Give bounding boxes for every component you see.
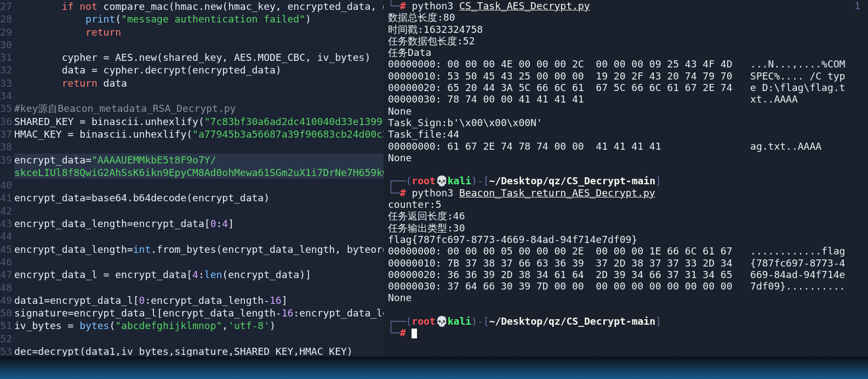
blank-line (388, 304, 868, 315)
code-line[interactable]: data = cypher.decrypt(encrypted_data) (14, 64, 384, 76)
code-line[interactable]: encrypt_data_length=int.from_bytes(encry… (14, 243, 384, 256)
output-line: None (388, 292, 868, 303)
code-area[interactable]: if not compare_mac(hmac.new(hmac_key, en… (14, 0, 384, 357)
output-line: None (388, 105, 868, 117)
cursor-icon (412, 329, 417, 338)
hex-dump-line: 00000020: 36 36 39 2D 38 34 61 64 2D 39 … (388, 269, 868, 280)
code-line[interactable] (14, 179, 384, 191)
code-line[interactable]: encrypt_data_length=encrypt_data[0:4] (14, 217, 384, 230)
code-line[interactable]: cypher = AES.new(shared_key, AES.MODE_CB… (14, 51, 384, 64)
hex-dump-line: 00000000: 00 00 00 4E 00 00 00 2C 00 00 … (388, 58, 868, 70)
output-line: 任务输出类型:30 (388, 222, 868, 234)
output-line: Task_file:44 (388, 128, 868, 140)
line-number-gutter: 2728293031323334353637383940414243444546… (0, 0, 13, 357)
line-number: 40 (0, 179, 13, 191)
line-number: 33 (0, 77, 13, 89)
hex-dump-line: 00000020: 65 20 44 3A 5C 66 6C 61 67 5C … (388, 82, 868, 93)
code-line[interactable]: return data (14, 77, 384, 89)
line-number: 48 (0, 281, 13, 294)
prompt-path: ~/Desktop/qz/CS_Decrypt-main (489, 315, 655, 327)
code-line[interactable]: HMAC_KEY = binascii.unhexlify("a77945b3a… (14, 128, 384, 140)
line-number: 41 (0, 191, 13, 204)
code-line[interactable] (14, 256, 384, 268)
command-line[interactable]: └─# python3 Beacon_Task_return_AES_Decry… (388, 187, 868, 199)
line-number: 42 (0, 205, 13, 217)
line-number: 53 (0, 345, 13, 357)
prompt-hash-icon: # (400, 327, 412, 338)
line-number: 30 (0, 38, 13, 51)
code-line[interactable]: encrypt_data_l = encrypt_data[4:len(encr… (14, 268, 384, 281)
output-line: 任务Data (388, 47, 868, 58)
line-number: 36 (0, 115, 13, 128)
prompt-user: root (412, 175, 435, 186)
line-number: 51 (0, 319, 13, 332)
line-number (0, 166, 13, 179)
line-number: 32 (0, 64, 13, 76)
skull-icon: 💀 (436, 175, 448, 186)
code-line[interactable]: return (14, 26, 384, 38)
output-line: 数据总长度:80 (388, 12, 868, 23)
line-number: 28 (0, 13, 13, 25)
code-line[interactable] (14, 89, 384, 102)
line-number: 43 (0, 217, 13, 230)
line-number: 52 (0, 332, 13, 345)
line-number: 45 (0, 243, 13, 256)
hex-dump-line: 00000010: 7B 37 38 37 66 63 36 39 37 2D … (388, 257, 868, 269)
skull-icon: 💀 (436, 315, 448, 327)
code-line[interactable]: encrypt_data="AAAAUEMMkbE5t8F9o7Y/ (14, 154, 384, 166)
output-line: 任务数据包长度:52 (388, 35, 868, 47)
output-line: None (388, 152, 868, 163)
code-line[interactable]: print("message authentication failed") (14, 13, 384, 25)
line-number: 38 (0, 140, 13, 153)
code-editor-pane[interactable]: 2728293031323334353637383940414243444546… (0, 0, 384, 357)
code-line[interactable]: skceLIUl8f8QwiG2AhSsK6ikn9EpyCM8Ad0ohMew… (14, 166, 384, 179)
line-number: 29 (0, 26, 13, 38)
line-number: 39 (0, 154, 13, 166)
code-line[interactable]: dec=decrypt(data1,iv_bytes,signature,SHA… (14, 345, 384, 357)
prompt-hash-icon: # (400, 0, 412, 12)
prompt-line: ┌──(root💀kali)-[~/Desktop/qz/CS_Decrypt-… (388, 175, 868, 186)
hex-dump-line: 00000010: 53 50 45 43 25 00 00 00 19 20 … (388, 70, 868, 82)
output-line: 任务返回长度:46 (388, 210, 868, 222)
prompt-hash-icon: # (400, 187, 412, 199)
line-number: 46 (0, 256, 13, 268)
code-line[interactable]: iv_bytes = bytes("abcdefghijklmnop",'utf… (14, 319, 384, 332)
prompt-path: ~/Desktop/qz/CS_Decrypt-main (489, 175, 655, 186)
code-line[interactable]: if not compare_mac(hmac.new(hmac_key, en… (14, 0, 384, 13)
hex-dump-line: 00000000: 61 67 2E 74 78 74 00 00 41 41 … (388, 140, 868, 152)
code-line[interactable] (14, 140, 384, 153)
output-line: Task_Sign:b'\x00\x00\x00N' (388, 117, 868, 128)
line-number: 49 (0, 294, 13, 307)
code-line[interactable] (14, 332, 384, 345)
line-number: 27 (0, 0, 13, 13)
prompt-line: ┌──(root💀kali)-[~/Desktop/qz/CS_Decrypt-… (388, 315, 868, 327)
line-number: 31 (0, 51, 13, 64)
code-line[interactable]: data1=encrypt_data_l[0:encrypt_data_leng… (14, 294, 384, 307)
line-number: 44 (0, 230, 13, 242)
code-line[interactable]: encrypt_data=base64.b64decode(encrypt_da… (14, 191, 384, 204)
code-line[interactable]: SHARED_KEY = binascii.unhexlify("7c83bf3… (14, 115, 384, 128)
command-line[interactable]: └─# python3 CS_Task_AES_Decrypt.py (388, 0, 868, 12)
hex-dump-line: 00000030: 37 64 66 30 39 7D 00 00 00 00 … (388, 280, 868, 292)
line-number: 35 (0, 102, 13, 115)
line-number: 50 (0, 307, 13, 319)
line-number: 47 (0, 268, 13, 281)
terminal-line-indicator: 1 (854, 0, 860, 12)
hex-dump-line: 00000030: 78 74 00 00 41 41 41 41 xt..AA… (388, 93, 868, 105)
code-line[interactable] (14, 281, 384, 294)
code-line[interactable] (14, 205, 384, 217)
terminal-pane[interactable]: 1 └─# python3 CS_Task_AES_Decrypt.py数据总长… (384, 0, 868, 357)
code-line[interactable] (14, 230, 384, 242)
cursor-line[interactable]: └─# (388, 327, 868, 338)
output-line: flag{787fc697-8773-4669-84ad-94f714e7df0… (388, 234, 868, 245)
prompt-host: kali (448, 175, 471, 186)
code-line[interactable]: #key源自Beacon_metadata_RSA_Decrypt.py (14, 102, 384, 115)
blank-line (388, 163, 868, 175)
output-line: counter:5 (388, 199, 868, 210)
code-line[interactable]: signature=encrypt_data_l[encrypt_data_le… (14, 307, 384, 319)
code-line[interactable] (14, 38, 384, 51)
line-number: 34 (0, 89, 13, 102)
prompt-user: root (412, 315, 435, 327)
prompt-host: kali (448, 315, 471, 327)
line-number: 37 (0, 128, 13, 140)
